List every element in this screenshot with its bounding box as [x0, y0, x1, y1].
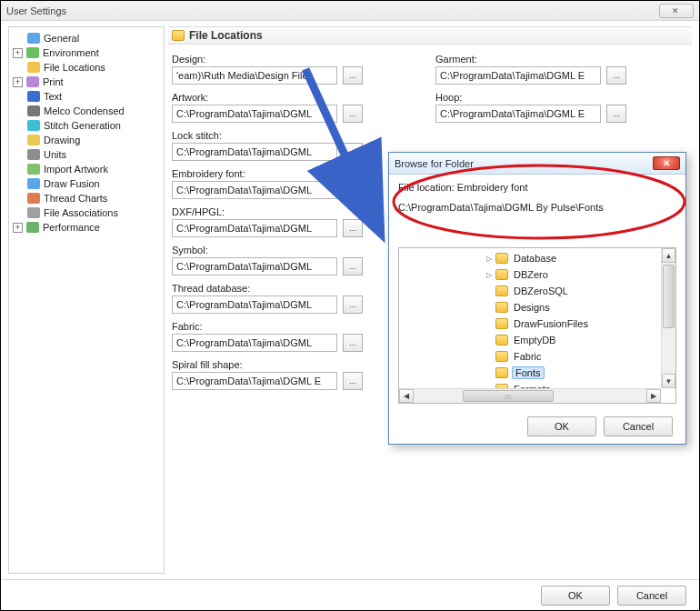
tree-item-environment[interactable]: +Environment	[11, 45, 162, 60]
path-input-fabric[interactable]: C:\ProgramData\Tajima\DGML	[172, 334, 337, 352]
scroll-up-button[interactable]: ▲	[662, 248, 675, 263]
scroll-down-button[interactable]: ▼	[662, 374, 675, 388]
folder-item-emptydb[interactable]: EmptyDB	[485, 332, 661, 348]
field-symbol: Symbol:C:\ProgramData\Tajima\DGML...	[172, 245, 408, 275]
folder-item-dbzero[interactable]: ▷DBZero	[485, 266, 661, 283]
browse-button-garment[interactable]: ...	[606, 66, 626, 85]
tree-item-units[interactable]: Units	[11, 147, 162, 162]
folder-item-dbzerosql[interactable]: DBZeroSQL	[485, 283, 661, 299]
tree-item-icon	[26, 222, 39, 233]
tree-item-draw-fusion[interactable]: Draw Fusion	[11, 176, 162, 191]
path-input-symbol[interactable]: C:\ProgramData\Tajima\DGML	[172, 257, 337, 275]
path-input-embfont[interactable]: C:\ProgramData\Tajima\DGML	[172, 181, 337, 199]
field-label: Embroidery font:	[172, 168, 408, 179]
browse-button-embfont[interactable]: ...	[343, 181, 363, 199]
tree-item-icon	[26, 47, 39, 58]
tree-item-print[interactable]: +Print	[11, 75, 162, 89]
folder-name: Fabric	[512, 351, 544, 362]
field-label: Spiral fill shape:	[172, 359, 408, 370]
field-label: Design:	[172, 54, 408, 65]
close-icon: ✕	[663, 158, 670, 168]
tree-item-stitch-generation[interactable]: Stitch Generation	[11, 118, 162, 133]
folder-name: Fonts	[512, 366, 545, 379]
browse-button-spiral[interactable]: ...	[343, 372, 363, 390]
scroll-right-button[interactable]: ▶	[646, 389, 661, 403]
vertical-scrollbar[interactable]: ▲ ▼	[661, 248, 675, 388]
expand-icon[interactable]: ▷	[485, 271, 494, 279]
browse-folder-dialog: Browse for Folder ✕ File location: Embro…	[388, 152, 686, 445]
expand-icon[interactable]: ▷	[485, 255, 494, 263]
tree-expander[interactable]: +	[13, 77, 23, 87]
scroll-left-button[interactable]: ◀	[399, 389, 414, 403]
dialog-close-button[interactable]: ✕	[653, 156, 680, 170]
browse-button-hoop[interactable]: ...	[606, 105, 626, 123]
field-dxf: DXF/HPGL:C:\ProgramData\Tajima\DGML...	[172, 206, 408, 237]
window-title: User Settings	[6, 5, 659, 16]
field-label: Fabric:	[172, 321, 408, 332]
tree-item-label: Melco Condensed	[44, 105, 125, 116]
path-input-dxf[interactable]: C:\ProgramData\Tajima\DGML	[172, 219, 337, 237]
close-icon: ✕	[672, 6, 681, 15]
path-input-design[interactable]: 'eam)\Ruth Media\Design Files	[172, 66, 337, 85]
tree-item-text[interactable]: Text	[11, 89, 162, 104]
folder-name: DBZero	[512, 269, 550, 280]
scroll-thumb[interactable]	[663, 265, 675, 328]
tree-item-import-artwork[interactable]: Import Artwork	[11, 162, 162, 176]
field-embfont: Embroidery font:C:\ProgramData\Tajima\DG…	[172, 168, 408, 199]
horizontal-scrollbar[interactable]: ◀ ▶	[399, 388, 661, 403]
path-input-hoop[interactable]: C:\ProgramData\Tajima\DGML E	[435, 105, 601, 123]
folder-item-database[interactable]: ▷Database	[485, 250, 661, 266]
path-input-spiral[interactable]: C:\ProgramData\Tajima\DGML E	[172, 372, 337, 390]
folder-icon	[495, 302, 508, 313]
folder-icon	[495, 351, 508, 362]
tree-item-drawing[interactable]: Drawing	[11, 133, 162, 147]
tree-item-label: Print	[43, 76, 64, 87]
tree-item-icon	[26, 76, 39, 87]
browse-button-symbol[interactable]: ...	[343, 257, 363, 275]
tree-item-file-associations[interactable]: File Associations	[11, 205, 162, 220]
path-input-artwork[interactable]: C:\ProgramData\Tajima\DGML	[172, 105, 337, 123]
tree-item-label: Thread Charts	[44, 193, 107, 204]
tree-item-melco-condensed[interactable]: Melco Condensed	[11, 104, 162, 118]
folder-item-fonts[interactable]: Fonts	[485, 365, 661, 381]
tree-expander[interactable]: +	[13, 48, 23, 58]
dialog-titlebar[interactable]: Browse for Folder ✕	[389, 153, 685, 175]
settings-tree: General+EnvironmentFile Locations+PrintT…	[8, 26, 165, 574]
field-threaddb: Thread database:C:\ProgramData\Tajima\DG…	[172, 283, 408, 314]
path-input-garment[interactable]: C:\ProgramData\Tajima\DGML E	[435, 66, 601, 85]
folder-item-designs[interactable]: Designs	[485, 299, 661, 316]
field-garment: Garment:C:\ProgramData\Tajima\DGML E...	[435, 54, 672, 85]
panel-title-row: File Locations	[168, 26, 692, 45]
tree-item-icon	[27, 62, 40, 73]
tree-expander[interactable]: +	[13, 223, 23, 233]
browse-button-lockstitch[interactable]: ...	[343, 143, 363, 161]
folder-item-formats[interactable]: Formats	[485, 381, 661, 388]
tree-item-thread-charts[interactable]: Thread Charts	[11, 191, 162, 205]
folder-item-fabric[interactable]: Fabric	[485, 348, 661, 365]
path-input-lockstitch[interactable]: C:\ProgramData\Tajima\DGML	[172, 143, 337, 161]
browse-button-dxf[interactable]: ...	[343, 219, 363, 237]
field-lockstitch: Lock stitch:C:\ProgramData\Tajima\DGML..…	[172, 130, 408, 161]
tree-item-general[interactable]: General	[11, 31, 162, 45]
ok-button[interactable]: OK	[541, 586, 610, 606]
dialog-ok-button[interactable]: OK	[527, 416, 596, 436]
tree-item-label: File Locations	[44, 62, 105, 73]
window-close-button[interactable]: ✕	[659, 4, 694, 18]
tree-item-icon	[27, 135, 40, 145]
path-input-threaddb[interactable]: C:\ProgramData\Tajima\DGML	[172, 295, 337, 314]
folder-name: Database	[512, 253, 558, 264]
folder-name: EmptyDB	[512, 335, 557, 346]
field-hoop: Hoop:C:\ProgramData\Tajima\DGML E...	[435, 92, 672, 123]
folder-icon	[495, 335, 508, 346]
browse-button-artwork[interactable]: ...	[343, 105, 363, 123]
dialog-cancel-button[interactable]: Cancel	[604, 416, 673, 436]
browse-button-threaddb[interactable]: ...	[343, 295, 363, 314]
scroll-hthumb[interactable]	[463, 390, 554, 402]
tree-item-performance[interactable]: +Performance	[11, 220, 162, 235]
browse-button-design[interactable]: ...	[343, 66, 363, 85]
browse-button-fabric[interactable]: ...	[343, 334, 363, 352]
tree-item-file-locations[interactable]: File Locations	[11, 60, 162, 75]
folder-item-drawfusionfiles[interactable]: DrawFusionFiles	[485, 316, 661, 332]
cancel-button[interactable]: Cancel	[617, 586, 686, 606]
folder-tree[interactable]: ▷Database▷DBZero DBZeroSQL Designs DrawF…	[398, 247, 676, 404]
